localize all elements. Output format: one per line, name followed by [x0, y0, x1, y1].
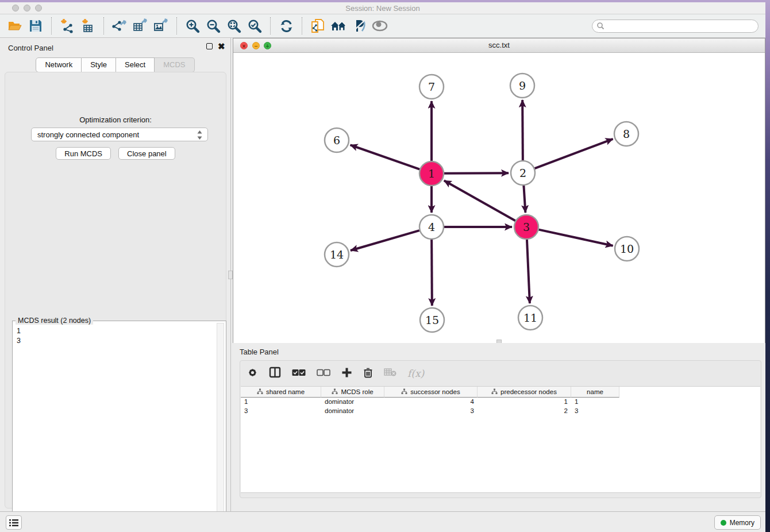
- graph-node-label-9: 9: [519, 79, 526, 92]
- control-panel-title: Control Panel: [8, 44, 53, 52]
- window-title: Session: New Session: [0, 4, 765, 13]
- table-options-icon[interactable]: [247, 367, 258, 380]
- toolbar-separator: [270, 17, 271, 34]
- float-panel-icon[interactable]: [206, 43, 213, 49]
- import-network-icon[interactable]: [59, 17, 76, 34]
- show-columns-icon[interactable]: [269, 367, 281, 380]
- clone-network-icon[interactable]: [309, 17, 326, 34]
- refresh-view-icon[interactable]: [278, 17, 295, 34]
- function-builder-icon[interactable]: f(x): [407, 368, 424, 379]
- main-toolbar: [0, 14, 765, 38]
- deselect-all-checks-icon[interactable]: [317, 368, 330, 379]
- panel-divider-handle[interactable]: [228, 271, 233, 279]
- birds-eye-view-icon[interactable]: [371, 17, 388, 34]
- select-stepper-icon: [197, 130, 203, 142]
- column-header-label: MCDS role: [341, 388, 373, 395]
- network-window-titlebar[interactable]: × – + scc.txt: [233, 38, 765, 53]
- column-header-predecessor-nodes[interactable]: predecessor nodes: [478, 387, 571, 398]
- column-header-name[interactable]: name: [571, 387, 619, 398]
- import-table-icon[interactable]: [79, 17, 97, 34]
- tab-network[interactable]: Network: [36, 57, 82, 72]
- graph-edge-2-3[interactable]: [523, 186, 525, 213]
- graph-node-label-3: 3: [523, 221, 530, 233]
- table-toolbar: f(x): [240, 361, 761, 386]
- zoom-out-icon[interactable]: [205, 17, 222, 34]
- add-column-icon[interactable]: [341, 367, 352, 380]
- graph-edge-3-11[interactable]: [527, 240, 530, 303]
- search-field: [592, 20, 759, 33]
- open-session-icon[interactable]: [6, 17, 24, 34]
- hide-graphics-details-icon[interactable]: [351, 17, 368, 34]
- graph-node-label-7: 7: [428, 80, 435, 93]
- column-header-label: successor nodes: [410, 388, 460, 395]
- zoom-in-icon[interactable]: [184, 17, 201, 34]
- graph-edge-4-15[interactable]: [432, 240, 432, 306]
- criterion-select[interactable]: strongly connected component: [31, 128, 208, 141]
- column-type-icon: [257, 388, 263, 396]
- zoom-fit-icon[interactable]: [225, 17, 242, 34]
- window-titlebar: Session: New Session: [0, 2, 765, 14]
- list-icon: [9, 519, 18, 527]
- graph-edge-1-2[interactable]: [444, 173, 509, 174]
- toolbar-separator: [302, 17, 302, 34]
- run-mcds-button[interactable]: Run MCDS: [56, 147, 111, 160]
- delete-column-icon[interactable]: [363, 367, 373, 380]
- table-cell[interactable]: 1: [478, 398, 571, 407]
- delete-table-icon[interactable]: [384, 368, 396, 379]
- column-header-label: predecessor nodes: [500, 388, 557, 395]
- graph-edge-1-6[interactable]: [351, 145, 420, 169]
- table-cell[interactable]: 4: [384, 398, 478, 407]
- network-canvas[interactable]: 7968124314101511: [233, 53, 765, 343]
- task-history-button[interactable]: [6, 515, 22, 530]
- column-type-icon: [401, 388, 407, 396]
- table-row: 3dominator323: [241, 407, 760, 416]
- table-cell[interactable]: dominator: [321, 407, 384, 416]
- table-cell[interactable]: 2: [478, 407, 571, 416]
- close-panel-icon[interactable]: ✖: [218, 43, 225, 49]
- graph-edge-2-8[interactable]: [535, 139, 613, 168]
- graph-node-label-1: 1: [428, 167, 435, 180]
- graph-edge-2-9[interactable]: [522, 100, 523, 160]
- graph-node-label-14: 14: [330, 248, 344, 261]
- export-network-icon[interactable]: [111, 17, 128, 34]
- table-cell[interactable]: 3: [384, 407, 478, 416]
- graph-node-label-8: 8: [623, 128, 630, 140]
- network-view-title: scc.txt: [233, 41, 765, 49]
- mcds-result-text[interactable]: 1 3: [17, 326, 21, 346]
- column-header-MCDS-role[interactable]: MCDS role: [321, 387, 384, 398]
- table-cell[interactable]: 1: [241, 398, 321, 407]
- control-panel: Control Panel ✖ NetworkStyleSelectMCDS O…: [0, 38, 231, 514]
- node-table: shared nameMCDS rolesuccessor nodesprede…: [241, 386, 760, 493]
- memory-button[interactable]: Memory: [714, 515, 761, 530]
- select-all-checks-icon[interactable]: [292, 368, 306, 379]
- graph-edge-3-10[interactable]: [538, 230, 613, 246]
- search-input[interactable]: [592, 20, 759, 33]
- graph-node-label-10: 10: [620, 242, 634, 255]
- table-cell[interactable]: dominator: [321, 398, 384, 407]
- zoom-selected-icon[interactable]: [246, 17, 263, 34]
- table-cell[interactable]: 3: [241, 407, 321, 416]
- desktop-wallpaper-right: [765, 0, 770, 532]
- toolbar-separator: [176, 17, 177, 34]
- graph-edge-3-1[interactable]: [444, 180, 515, 221]
- tab-select[interactable]: Select: [116, 57, 155, 72]
- graph-node-label-15: 15: [425, 314, 439, 326]
- graph-edge-4-14[interactable]: [351, 230, 419, 250]
- table-cell[interactable]: 3: [571, 407, 619, 416]
- result-scrollbar[interactable]: [217, 323, 224, 532]
- home-layout-icon[interactable]: [330, 17, 347, 34]
- save-session-icon[interactable]: [27, 17, 44, 34]
- export-table-icon[interactable]: [132, 17, 149, 34]
- tab-mcds[interactable]: MCDS: [155, 57, 194, 72]
- tab-style[interactable]: Style: [82, 57, 116, 72]
- memory-label: Memory: [730, 519, 754, 527]
- optimization-criterion-label: Optimization criterion:: [5, 115, 226, 124]
- export-image-icon[interactable]: [152, 17, 170, 34]
- graph-node-label-11: 11: [523, 311, 537, 324]
- close-panel-button[interactable]: Close panel: [118, 147, 175, 160]
- column-header-successor-nodes[interactable]: successor nodes: [384, 387, 478, 398]
- table-header-row: shared nameMCDS rolesuccessor nodesprede…: [241, 387, 760, 398]
- table-cell[interactable]: 1: [571, 398, 619, 407]
- column-header-shared-name[interactable]: shared name: [241, 387, 321, 398]
- network-view-window: × – + scc.txt 7968124314101511: [233, 38, 765, 343]
